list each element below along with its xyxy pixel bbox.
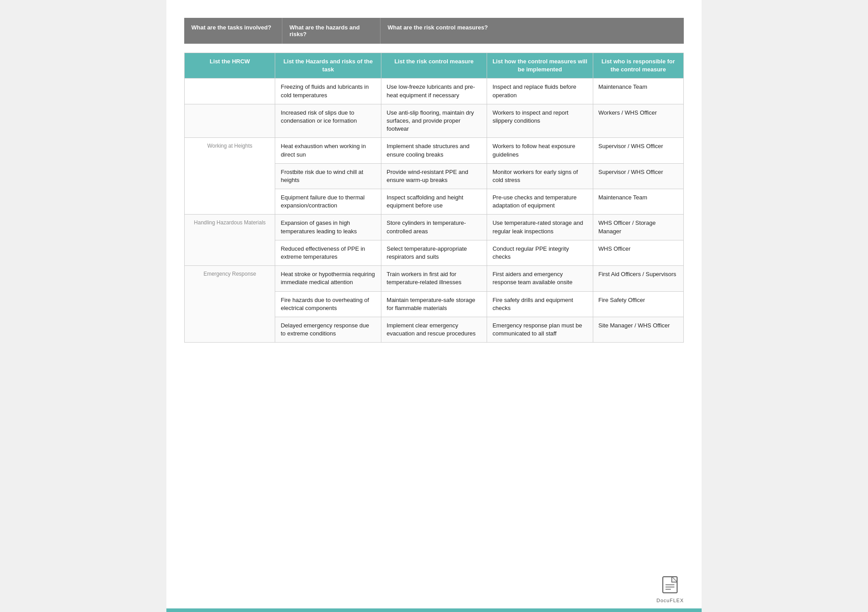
table-row: Increased risk of slips due to condensat…	[185, 104, 684, 138]
control-cell: Provide wind-resistant PPE and ensure wa…	[381, 163, 487, 189]
col-header-implement: List how the control measures will be im…	[487, 53, 593, 79]
bottom-bar	[166, 608, 702, 612]
subheader-row: List the HRCW List the Hazards and risks…	[185, 53, 684, 79]
col-header-hrcw: List the HRCW	[185, 53, 275, 79]
footer: DocuFLEX	[657, 576, 684, 603]
responsible-cell: Fire Safety Officer	[593, 291, 683, 317]
implement-cell: Pre-use checks and temperature adaptatio…	[487, 189, 593, 215]
table-row: Freezing of fluids and lubricants in col…	[185, 79, 684, 104]
hazard-cell: Expansion of gases in high temperatures …	[275, 215, 381, 240]
hazard-cell: Frostbite risk due to wind chill at heig…	[275, 163, 381, 189]
category-cell: Working at Heights	[185, 138, 275, 215]
top-header-tasks: What are the tasks involved?	[184, 18, 282, 44]
hazard-cell: Delayed emergency response due to extrem…	[275, 317, 381, 342]
category-cell	[185, 104, 275, 138]
implement-cell: Fire safety drills and equipment checks	[487, 291, 593, 317]
control-cell: Use low-freeze lubricants and pre-heat e…	[381, 79, 487, 104]
responsible-cell: Supervisor / WHS Officer	[593, 163, 683, 189]
control-cell: Implement clear emergency evacuation and…	[381, 317, 487, 342]
responsible-cell: First Aid Officers / Supervisors	[593, 266, 683, 291]
responsible-cell: Site Manager / WHS Officer	[593, 317, 683, 342]
col-header-hazard: List the Hazards and risks of the task	[275, 53, 381, 79]
hazard-cell: Freezing of fluids and lubricants in col…	[275, 79, 381, 104]
control-cell: Train workers in first aid for temperatu…	[381, 266, 487, 291]
hazard-cell: Fire hazards due to overheating of elect…	[275, 291, 381, 317]
responsible-cell: WHS Officer / Storage Manager	[593, 215, 683, 240]
hazard-cell: Equipment failure due to thermal expansi…	[275, 189, 381, 215]
control-cell: Maintain temperature-safe storage for fl…	[381, 291, 487, 317]
implement-cell: Workers to inspect and report slippery c…	[487, 104, 593, 138]
hazard-cell: Heat stroke or hypothermia requiring imm…	[275, 266, 381, 291]
col-header-responsible: List who is responsible for the control …	[593, 53, 683, 79]
docuflex-brand: DocuFLEX	[657, 598, 684, 603]
control-cell: Store cylinders in temperature-controlle…	[381, 215, 487, 240]
docuflex-icon	[662, 576, 678, 597]
table-row: Working at HeightsHeat exhaustion when w…	[185, 138, 684, 163]
table-body: Freezing of fluids and lubricants in col…	[185, 79, 684, 343]
implement-cell: Monitor workers for early signs of cold …	[487, 163, 593, 189]
responsible-cell: Maintenance Team	[593, 79, 683, 104]
implement-cell: Conduct regular PPE integrity checks	[487, 240, 593, 265]
category-cell	[185, 79, 275, 104]
hazard-cell: Heat exhaustion when working in direct s…	[275, 138, 381, 163]
control-cell: Implement shade structures and ensure co…	[381, 138, 487, 163]
control-cell: Use anti-slip flooring, maintain dry sur…	[381, 104, 487, 138]
table-row: Emergency ResponseHeat stroke or hypothe…	[185, 266, 684, 291]
top-header-risk: What are the risk control measures?	[380, 18, 684, 44]
hazard-cell: Reduced effectiveness of PPE in extreme …	[275, 240, 381, 265]
control-cell: Inspect scaffolding and height equipment…	[381, 189, 487, 215]
category-cell: Emergency Response	[185, 266, 275, 343]
responsible-cell: Supervisor / WHS Officer	[593, 138, 683, 163]
implement-cell: Use temperature-rated storage and regula…	[487, 215, 593, 240]
implement-cell: Inspect and replace fluids before operat…	[487, 79, 593, 104]
risk-table: List the HRCW List the Hazards and risks…	[184, 53, 684, 343]
hazard-cell: Increased risk of slips due to condensat…	[275, 104, 381, 138]
responsible-cell: WHS Officer	[593, 240, 683, 265]
category-cell: Handling Hazardous Materials	[185, 215, 275, 266]
responsible-cell: Workers / WHS Officer	[593, 104, 683, 138]
top-header-hazards: What are the hazards and risks?	[282, 18, 380, 44]
implement-cell: Workers to follow heat exposure guidelin…	[487, 138, 593, 163]
page: What are the tasks involved? What are th…	[166, 0, 702, 612]
responsible-cell: Maintenance Team	[593, 189, 683, 215]
table-row: Handling Hazardous MaterialsExpansion of…	[185, 215, 684, 240]
implement-cell: First aiders and emergency response team…	[487, 266, 593, 291]
top-header: What are the tasks involved? What are th…	[184, 18, 684, 44]
col-header-control: List the risk control measure	[381, 53, 487, 79]
control-cell: Select temperature-appropriate respirato…	[381, 240, 487, 265]
implement-cell: Emergency response plan must be communic…	[487, 317, 593, 342]
